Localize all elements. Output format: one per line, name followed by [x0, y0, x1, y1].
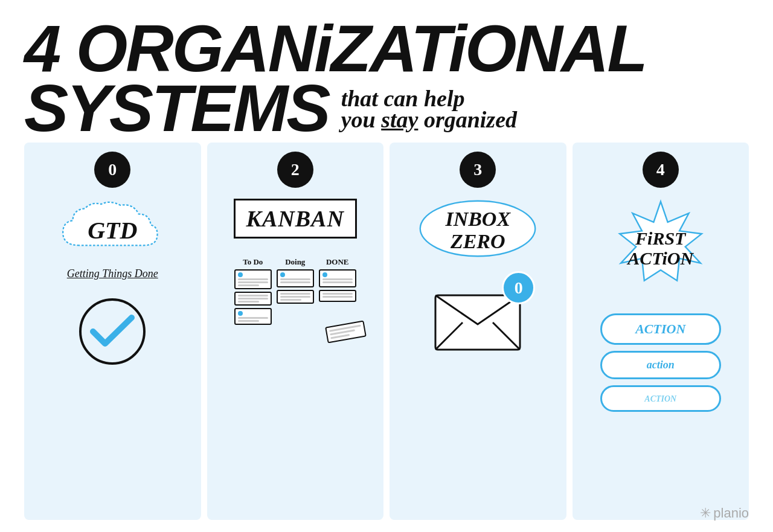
- kanban-card: [234, 308, 272, 325]
- planio-asterisk: ✳: [700, 505, 711, 521]
- tagline: that can help you stay organized: [341, 88, 517, 130]
- card-line-sm: [280, 299, 301, 301]
- planio-name: planio: [713, 505, 749, 521]
- kanban-card: [234, 269, 272, 289]
- doing-stack: [277, 269, 314, 304]
- card-line-sm: [238, 320, 259, 322]
- kanban-col-done: DONE: [319, 257, 356, 325]
- first-label: FiRST: [627, 228, 693, 248]
- kanban-card: [319, 269, 356, 287]
- card-line: [238, 281, 268, 283]
- inbox-text-wrap: INBOX ZERO: [445, 208, 510, 253]
- badge-3: 3: [460, 152, 496, 188]
- col-title-todo: To Do: [243, 257, 263, 267]
- starburst-text: FiRST ACTiON: [627, 228, 693, 268]
- gtd-subtitle: Getting Things Done: [67, 268, 158, 280]
- checkmark-svg: [88, 310, 136, 353]
- page-wrapper: 4 ORGANiZATiONAL SYSTEMS that can help y…: [0, 0, 773, 532]
- starburst-wrap: FiRST ACTiON: [606, 199, 715, 298]
- action-label: ACTiON: [627, 248, 693, 268]
- card-kanban: 2 KANBAN To Do: [207, 143, 384, 520]
- card-dot: [238, 272, 243, 277]
- action-pill-1: ACTION: [600, 313, 721, 345]
- checkmark-circle: [79, 298, 146, 365]
- card-line: [280, 281, 310, 283]
- action-pill-text-3: ACTION: [644, 394, 676, 403]
- gtd-cloud: GTD: [52, 199, 173, 261]
- card-line: [322, 278, 353, 280]
- stay-underline: stay: [381, 107, 418, 132]
- title-block: 4 ORGANiZATiONAL SYSTEMS that can help y…: [24, 18, 646, 138]
- badge-2: 2: [277, 152, 313, 188]
- card-line: [322, 293, 353, 295]
- card-line-sm: [238, 301, 259, 303]
- card-line: [322, 281, 353, 283]
- tagline-line2: you stay organized: [341, 107, 517, 132]
- col-title-done: DONE: [326, 257, 349, 267]
- zero-badge: 0: [502, 271, 535, 304]
- kanban-card: [277, 290, 314, 304]
- gtd-label: GTD: [88, 216, 137, 245]
- badge-1: 0: [94, 152, 130, 188]
- action-pill-2: action: [600, 351, 721, 379]
- action-pill-text-2: action: [647, 359, 675, 371]
- card-line: [238, 278, 268, 280]
- kanban-card: [234, 292, 272, 306]
- card-dot: [238, 311, 243, 316]
- col-title-doing: Doing: [285, 257, 305, 267]
- envelope-wrap: 0: [429, 277, 526, 358]
- kanban-card: [277, 269, 314, 287]
- cards-row: 0 GTD Getting Things Done: [24, 143, 749, 520]
- badge-4: 4: [643, 152, 679, 188]
- kanban-col-todo: To Do: [234, 257, 272, 325]
- title-line1: 4 ORGANiZATiONAL: [24, 18, 646, 78]
- cloud-shape: GTD: [52, 199, 173, 261]
- inbox-bubble: INBOX ZERO: [414, 199, 541, 261]
- planio-logo: ✳ planio: [700, 505, 749, 521]
- card-dot: [280, 272, 285, 277]
- card-line: [280, 293, 310, 295]
- card-line: [238, 295, 268, 296]
- card-line: [322, 296, 353, 298]
- kanban-label: KANBAN: [246, 206, 344, 231]
- card-dot: [322, 272, 327, 277]
- header-row: 4 ORGANiZATiONAL SYSTEMS that can help y…: [24, 18, 749, 138]
- kanban-rect: KANBAN: [234, 199, 357, 239]
- card-line-sm: [238, 284, 259, 286]
- action-pill-3: ACTION: [600, 385, 721, 412]
- action-pill-text-1: ACTION: [635, 321, 685, 336]
- inbox-label-line1: INBOX: [445, 208, 510, 230]
- title-line2: SYSTEMS: [24, 78, 329, 138]
- card-line: [280, 278, 310, 280]
- card-inbox-zero: 3 INBOX ZERO: [390, 143, 566, 520]
- inbox-label-line2: ZERO: [451, 230, 505, 252]
- done-stack: [319, 269, 356, 302]
- card-line: [238, 317, 268, 319]
- kanban-board-container: To Do: [234, 251, 356, 325]
- kanban-box: KANBAN: [234, 199, 357, 239]
- kanban-col-doing: Doing: [277, 257, 314, 325]
- card-line: [238, 298, 268, 300]
- kanban-board: To Do: [234, 257, 356, 325]
- todo-stack: [234, 269, 272, 325]
- card-line: [280, 296, 310, 298]
- action-pills: ACTION action ACTION: [600, 313, 721, 412]
- kanban-card: [319, 290, 356, 302]
- card-first-action: 4 FiRST ACTiON ACTION action: [573, 143, 749, 520]
- card-gtd: 0 GTD Getting Things Done: [24, 143, 201, 520]
